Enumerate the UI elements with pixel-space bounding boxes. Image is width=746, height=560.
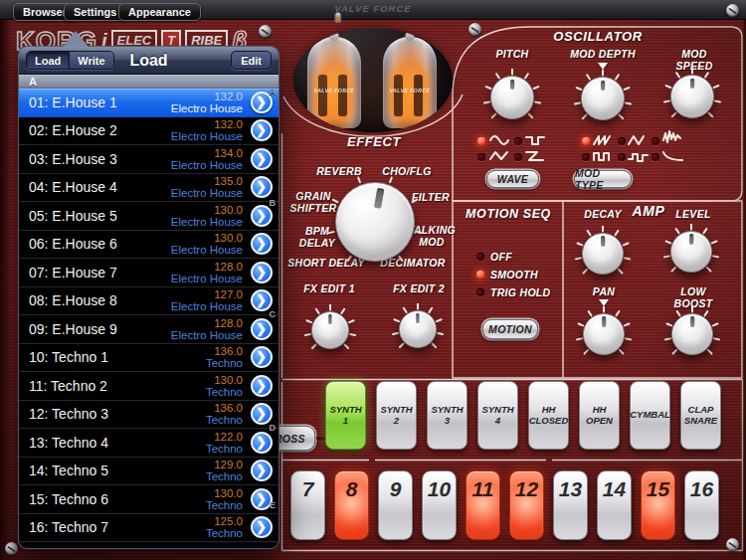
step-pad-8[interactable]: 8 <box>334 470 369 540</box>
preset-list: 01: E.House 1132.0Electro House❯ 02: E.H… <box>19 89 279 542</box>
load-write-segmented-control[interactable]: Load Write <box>26 51 114 70</box>
detail-disclosure-icon[interactable]: ❯ <box>251 375 273 397</box>
triangle-wave-icon <box>488 149 511 163</box>
mod-led-triangle <box>618 137 626 145</box>
saw-wave-icon <box>524 149 547 163</box>
edit-button[interactable]: Edit <box>231 51 272 70</box>
step-pad-11[interactable]: 11 <box>466 470 500 540</box>
list-item[interactable]: 06: E.House 6130.0Electro House❯ <box>19 231 279 260</box>
screw <box>259 25 272 38</box>
noise-burst-icon <box>661 128 685 146</box>
tab-load[interactable]: Load <box>27 52 69 69</box>
motion-button[interactable]: MOTION <box>482 319 538 339</box>
step-pad-14[interactable]: 14 <box>597 470 632 540</box>
pan-label: PAN <box>593 285 615 297</box>
part-button-clap-snare[interactable]: CLAPSNARE <box>680 381 721 450</box>
detail-disclosure-icon[interactable]: ❯ <box>251 432 273 454</box>
part-connector <box>316 437 325 440</box>
list-item[interactable]: 01: E.House 1132.0Electro House❯ <box>19 89 279 117</box>
list-item[interactable]: 15: Techno 6130.0Techno❯ <box>19 485 279 514</box>
motion-option-smooth[interactable]: SMOOTH <box>490 269 538 280</box>
part-button-hh-open[interactable]: HHOPEN <box>579 381 620 450</box>
tab-write[interactable]: Write <box>69 52 112 69</box>
index-letter[interactable]: D <box>270 423 277 433</box>
part-button-synth2[interactable]: SYNTH2 <box>376 381 417 450</box>
mod-depth-label: MOD DEPTH <box>570 48 636 60</box>
decay-envelope-icon <box>661 149 685 163</box>
screw <box>468 23 481 36</box>
mod-led-noise <box>652 137 659 145</box>
detail-disclosure-icon[interactable]: ❯ <box>251 148 273 170</box>
step-pad-10[interactable]: 10 <box>422 470 457 540</box>
list-item[interactable]: 12: Techno 3136.0Techno❯ <box>19 401 279 430</box>
part-button-synth4[interactable]: SYNTH4 <box>477 381 518 450</box>
list-item[interactable]: 03: E.House 3134.0Electro House❯ <box>19 145 279 174</box>
step-pad-15[interactable]: 15 <box>641 470 675 540</box>
index-letter[interactable]: E <box>270 500 276 510</box>
list-item[interactable]: 04: E.House 4135.0Electro House❯ <box>19 174 279 203</box>
part-button-synth3[interactable]: SYNTH3 <box>427 381 467 450</box>
square-wave-icon <box>524 133 547 147</box>
list-item[interactable]: 14: Techno 5129.0Techno❯ <box>19 458 279 486</box>
motion-option-off[interactable]: OFF <box>490 251 512 263</box>
list-item[interactable]: 11: Techno 2130.0Techno❯ <box>19 372 279 401</box>
popover-navbar: Load Write Load Edit <box>19 47 279 75</box>
square-lfo-icon <box>592 149 613 163</box>
mod-led-square <box>582 153 590 161</box>
list-item[interactable]: 13: Techno 4122.0Techno❯ <box>19 429 279 458</box>
motion-smooth-led <box>476 271 484 279</box>
fx-edit-1-label: FX EDIT 1 <box>303 282 355 294</box>
appearance-button[interactable]: Appearance <box>118 3 201 21</box>
list-item[interactable]: 07: E.House 7128.0Electro House❯ <box>19 259 279 287</box>
detail-disclosure-icon[interactable]: ❯ <box>251 318 273 340</box>
low-boost-knob[interactable] <box>664 306 720 362</box>
motion-option-trig-hold[interactable]: TRIG HOLD <box>490 286 550 298</box>
list-item[interactable]: 09: E.House 9128.0Electro House❯ <box>19 315 279 344</box>
mod-speed-knob[interactable] <box>663 68 721 125</box>
detail-disclosure-icon[interactable]: ❯ <box>251 460 273 481</box>
mod-depth-knob[interactable] <box>574 70 632 127</box>
detail-disclosure-icon[interactable]: ❯ <box>251 176 273 198</box>
popover-title: Load <box>129 52 167 70</box>
step-pad-16[interactable]: 16 <box>684 470 719 540</box>
effect-type-knob[interactable] <box>327 174 423 270</box>
detail-disclosure-icon[interactable]: ❯ <box>251 119 273 141</box>
wave-button[interactable]: WAVE <box>486 170 539 188</box>
step-pad-9[interactable]: 9 <box>378 470 413 540</box>
list-item[interactable]: 16: Techno 7125.0Techno❯ <box>19 514 279 543</box>
index-letter[interactable]: B <box>270 198 277 208</box>
part-button-cymbal[interactable]: CYMBAL <box>630 381 670 450</box>
screw <box>726 538 739 551</box>
settings-button[interactable]: Settings <box>64 3 126 21</box>
step-pad-12[interactable]: 12 <box>509 470 544 540</box>
mod-led-saw <box>582 137 590 145</box>
list-item[interactable]: 10: Techno 1136.0Techno❯ <box>19 344 279 373</box>
list-item[interactable]: 05: E.House 5130.0Electro House❯ <box>19 202 279 231</box>
fx-edit-2-knob[interactable] <box>392 303 444 355</box>
list-item[interactable]: 02: E.House 2132.0Electro House❯ <box>19 117 279 146</box>
pan-knob[interactable] <box>576 306 632 362</box>
decay-knob[interactable] <box>575 226 631 281</box>
pitch-knob[interactable] <box>483 69 541 126</box>
amp-title: AMP <box>633 203 665 219</box>
right-bezel <box>742 0 746 560</box>
mod-type-button[interactable]: MOD TYPE <box>574 170 632 188</box>
step-pad-13[interactable]: 13 <box>553 470 588 540</box>
part-button-hh-closed[interactable]: HHCLOSED <box>528 381 569 450</box>
screw <box>726 4 739 17</box>
detail-disclosure-icon[interactable]: ❯ <box>251 346 273 368</box>
part-button-synth1[interactable]: SYNTH1 <box>325 381 366 450</box>
preset-browser-popover: Load Write Load Edit A 01: E.House 1132.… <box>18 46 280 549</box>
detail-disclosure-icon[interactable]: ❯ <box>251 516 273 538</box>
detail-disclosure-icon[interactable]: ❯ <box>251 205 273 227</box>
list-item[interactable]: 08: E.House 8127.0Electro House❯ <box>19 287 279 316</box>
step-pad-7[interactable]: 7 <box>290 470 325 540</box>
detail-disclosure-icon[interactable]: ❯ <box>251 403 273 425</box>
detail-disclosure-icon[interactable]: ❯ <box>251 233 273 255</box>
fx-edit-1-knob[interactable] <box>304 304 356 356</box>
index-letter[interactable]: A <box>270 87 277 96</box>
level-knob[interactable] <box>663 224 719 280</box>
detail-disclosure-icon[interactable]: ❯ <box>251 289 273 311</box>
index-letter[interactable]: C <box>270 309 277 319</box>
detail-disclosure-icon[interactable]: ❯ <box>251 262 273 283</box>
